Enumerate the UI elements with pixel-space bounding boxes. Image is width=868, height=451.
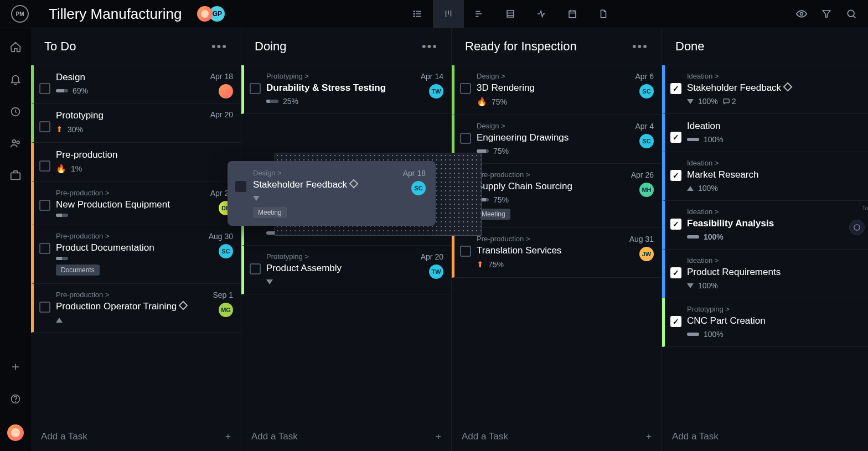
task-card[interactable]: Prototyping > Durability & Stress Testin… bbox=[241, 65, 451, 114]
sidebar-help-icon[interactable] bbox=[9, 392, 22, 406]
assignee-avatar[interactable]: SC bbox=[219, 244, 233, 258]
view-docs-icon[interactable] bbox=[588, 0, 619, 28]
sidebar-timer-icon[interactable] bbox=[9, 105, 22, 118]
sidebar-notifications-icon[interactable] bbox=[9, 72, 22, 86]
add-task-button[interactable]: Add a Task + bbox=[31, 422, 241, 451]
task-card[interactable]: Ideation 100% bbox=[662, 114, 868, 152]
progress-pct: 100% bbox=[704, 330, 724, 339]
add-task-button[interactable]: Add a Task + bbox=[241, 422, 451, 451]
task-title: Durability & Stress Testing bbox=[266, 82, 443, 94]
assignee-avatar[interactable]: JW bbox=[639, 247, 654, 261]
task-card[interactable]: Pre-production > Product Documentation D… bbox=[31, 225, 241, 284]
svg-point-24 bbox=[13, 140, 16, 143]
progress-bar bbox=[687, 235, 699, 239]
task-breadcrumb: Design > bbox=[253, 169, 396, 177]
task-checkbox[interactable] bbox=[39, 83, 50, 94]
view-activity-icon[interactable] bbox=[526, 0, 557, 28]
task-tag[interactable]: Documents bbox=[56, 265, 100, 276]
sidebar-work-icon[interactable] bbox=[9, 169, 22, 182]
dragging-task-card[interactable]: Design > Stakeholder Feedback Meeting Ap… bbox=[228, 161, 436, 226]
member-avatars[interactable]: GP bbox=[197, 6, 225, 22]
task-card[interactable]: Ideation > Product Requirements 100% bbox=[662, 250, 868, 298]
task-breadcrumb: Pre-production > bbox=[56, 291, 233, 299]
task-card[interactable]: Design 69% Apr 18 bbox=[31, 65, 241, 103]
search-icon[interactable] bbox=[846, 8, 857, 19]
task-checkbox[interactable] bbox=[39, 121, 50, 132]
task-title: Market Research bbox=[687, 169, 864, 180]
avatar[interactable] bbox=[197, 6, 213, 22]
task-checkbox[interactable] bbox=[39, 243, 50, 254]
add-task-button[interactable]: Add a Task bbox=[662, 422, 868, 451]
task-card[interactable]: Pre-production > Supply Chain Sourcing 7… bbox=[452, 164, 662, 228]
assignee-avatar[interactable]: TW bbox=[429, 84, 443, 99]
task-card[interactable]: Design > 3D Rendering 🔥75% Apr 6 SC bbox=[452, 65, 662, 115]
add-task-button[interactable]: Add a Task + bbox=[452, 422, 662, 451]
task-checkbox[interactable] bbox=[39, 160, 50, 172]
column-menu-icon[interactable]: ••• bbox=[211, 39, 228, 54]
assignee-avatar[interactable]: TW bbox=[429, 265, 443, 279]
task-checkbox[interactable] bbox=[250, 263, 261, 274]
progress-bar bbox=[687, 138, 699, 141]
task-card[interactable]: Design > Engineering Drawings 75% Apr 4 … bbox=[452, 115, 662, 164]
comments-icon[interactable]: 2 bbox=[722, 97, 736, 106]
task-card[interactable]: Pre-production > Production Operator Tra… bbox=[31, 284, 241, 333]
progress-pct: 75% bbox=[493, 195, 509, 204]
assignee-avatar[interactable]: MH bbox=[639, 183, 654, 197]
task-card[interactable]: Prototyping ⬆30% Apr 20 bbox=[31, 103, 241, 143]
watch-icon[interactable] bbox=[796, 8, 807, 19]
progress-pct: 75% bbox=[492, 97, 507, 106]
task-checkbox[interactable] bbox=[460, 133, 471, 144]
task-card[interactable]: Ideation > Market Research 100% bbox=[662, 152, 868, 201]
task-checkbox[interactable] bbox=[670, 170, 681, 181]
task-checkbox[interactable] bbox=[460, 83, 471, 94]
task-checkbox[interactable] bbox=[39, 302, 50, 313]
task-breadcrumb: Ideation > bbox=[687, 208, 864, 216]
task-card[interactable]: Pre-production 🔥1% bbox=[31, 143, 241, 182]
column-body: Ideation > Stakeholder Feedback 100% 2 bbox=[662, 65, 868, 422]
task-card[interactable]: Pre-production > New Production Equipmen… bbox=[31, 182, 241, 225]
task-card[interactable]: Prototyping > CNC Part Creation 100% bbox=[662, 298, 868, 347]
progress-pct: 100% bbox=[704, 232, 724, 241]
task-checkbox[interactable] bbox=[235, 181, 246, 192]
assignee-avatar[interactable]: MG bbox=[219, 303, 233, 317]
view-board-icon[interactable] bbox=[433, 0, 464, 28]
task-checkbox[interactable] bbox=[460, 246, 471, 257]
task-checkbox[interactable] bbox=[670, 132, 681, 143]
sidebar-team-icon[interactable] bbox=[9, 137, 22, 150]
task-checkbox[interactable] bbox=[670, 219, 681, 230]
task-checkbox[interactable] bbox=[670, 316, 681, 327]
sidebar-user-avatar[interactable] bbox=[7, 424, 24, 441]
task-tag[interactable]: Meeting bbox=[253, 207, 287, 218]
header-actions bbox=[796, 8, 857, 19]
task-card[interactable]: Prototyping > Product Assembly Apr 20 TW bbox=[241, 246, 451, 294]
view-list-icon[interactable] bbox=[402, 0, 433, 28]
column-body: Design > 3D Rendering 🔥75% Apr 6 SC Desi… bbox=[452, 65, 662, 422]
scroll-right-fab[interactable] bbox=[849, 220, 865, 235]
progress-bar bbox=[56, 89, 68, 92]
column-menu-icon[interactable]: ••• bbox=[632, 39, 648, 54]
priority-high-icon bbox=[56, 315, 63, 324]
app-logo[interactable]: PM bbox=[11, 5, 29, 23]
filter-icon[interactable] bbox=[822, 9, 831, 19]
assignee-avatar[interactable] bbox=[219, 84, 233, 99]
task-card[interactable]: Ideation > Feasibility Analysis 100% bbox=[662, 201, 868, 250]
progress-bar bbox=[687, 333, 699, 336]
task-card[interactable]: Pre-production > Translation Services ⬆7… bbox=[452, 228, 662, 278]
view-calendar-icon[interactable] bbox=[557, 0, 588, 28]
assignee-avatar[interactable]: SC bbox=[639, 84, 654, 99]
task-card[interactable]: Ideation > Stakeholder Feedback 100% 2 bbox=[662, 65, 868, 114]
sidebar-home-icon[interactable] bbox=[9, 40, 22, 54]
task-tag[interactable]: Meeting bbox=[477, 209, 510, 220]
view-sheet-icon[interactable] bbox=[495, 0, 526, 28]
task-checkbox[interactable] bbox=[670, 267, 681, 278]
task-checkbox[interactable] bbox=[39, 200, 50, 211]
task-checkbox[interactable] bbox=[670, 83, 681, 94]
view-gantt-icon[interactable] bbox=[464, 0, 495, 28]
svg-point-19 bbox=[800, 13, 803, 15]
progress-pct: 100% bbox=[704, 135, 724, 144]
assignee-avatar[interactable]: SC bbox=[411, 181, 426, 195]
column-menu-icon[interactable]: ••• bbox=[422, 39, 438, 54]
assignee-avatar[interactable]: SC bbox=[639, 134, 654, 148]
task-checkbox[interactable] bbox=[250, 83, 261, 94]
sidebar-add-icon[interactable] bbox=[9, 360, 22, 374]
